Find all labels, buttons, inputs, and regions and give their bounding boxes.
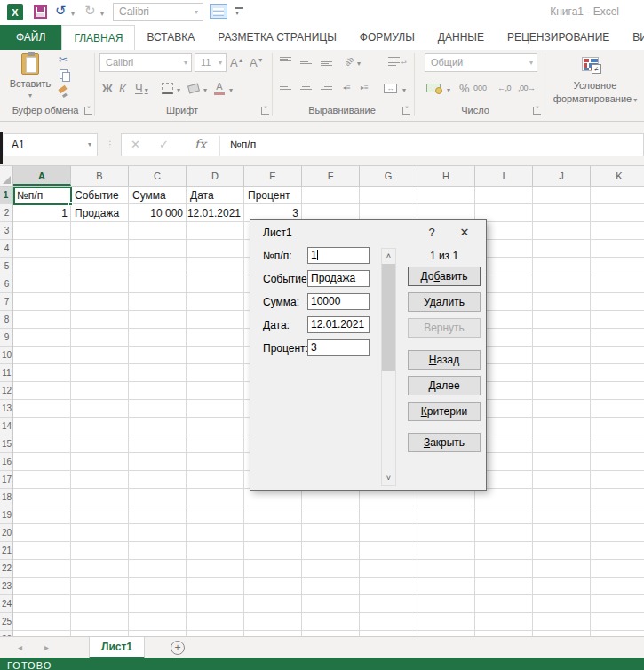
decrease-indent-icon[interactable]: ◂≡ [343, 84, 351, 92]
accounting-dropdown-icon[interactable] [445, 82, 450, 95]
sheet-tab[interactable]: Лист1 [89, 637, 145, 658]
next-sheet-icon[interactable]: ▸ [44, 642, 49, 652]
cell-D2[interactable]: 12.01.2021 [187, 204, 244, 222]
field-input-event[interactable]: Продажа [307, 270, 370, 287]
row-header-24[interactable]: 24 [0, 595, 13, 613]
field-input-date[interactable]: 12.01.2021 [307, 316, 370, 333]
row-header-22[interactable]: 22 [0, 560, 13, 578]
select-all-corner[interactable] [0, 166, 13, 186]
column-header-A[interactable]: A [13, 166, 71, 186]
decrease-decimal-icon[interactable]: ,00→ [518, 84, 536, 92]
name-box[interactable]: A1 [4, 133, 98, 156]
row-header-2[interactable]: 2 [0, 204, 13, 222]
field-input-number[interactable]: 1 [307, 247, 370, 264]
cell-C1[interactable]: Сумма [129, 187, 187, 204]
align-top-icon[interactable] [280, 57, 291, 66]
fill-color-icon[interactable] [187, 84, 200, 94]
accounting-format-icon[interactable] [426, 84, 441, 92]
cut-icon[interactable]: ✂ [59, 53, 68, 66]
tab-page-layout[interactable]: РАЗМЕТКА СТРАНИЦЫ [206, 25, 348, 50]
align-middle-icon[interactable] [300, 57, 312, 66]
next-button[interactable]: Далее [408, 376, 481, 395]
tab-data[interactable]: ДАННЫЕ [426, 25, 496, 50]
qat-customize-icon[interactable] [235, 7, 243, 18]
orientation-icon[interactable]: ab [343, 55, 355, 68]
row-header-12[interactable]: 12 [0, 382, 13, 400]
tab-home[interactable]: ГЛАВНАЯ [61, 25, 135, 50]
dialog-help-button[interactable]: ? [424, 226, 440, 239]
merge-center-icon[interactable]: ↔ [384, 84, 397, 93]
font-size-combo[interactable]: 11 [195, 53, 227, 72]
row-header-20[interactable]: 20 [0, 524, 13, 542]
orientation-dropdown-icon[interactable] [355, 55, 361, 68]
row-header-5[interactable]: 5 [0, 258, 13, 275]
number-format-combo[interactable]: Общий [425, 53, 537, 72]
grow-font-icon[interactable]: A [230, 56, 244, 69]
undo-icon[interactable]: ↺ [55, 3, 67, 19]
column-header-J[interactable]: J [533, 166, 591, 186]
borders-dropdown-icon[interactable] [175, 82, 180, 95]
column-header-E[interactable]: E [244, 166, 302, 186]
fill-handle[interactable] [68, 202, 73, 206]
undo-dropdown-icon[interactable]: ▾ [71, 10, 75, 18]
row-header-11[interactable]: 11 [0, 364, 13, 382]
formula-bar-resize-handle[interactable]: ⋮ [106, 133, 115, 156]
increase-indent-icon[interactable]: ▸≡ [361, 84, 369, 92]
formula-bar-content[interactable]: №п/п [230, 134, 256, 156]
conditional-formatting-label-1[interactable]: Условное [546, 80, 644, 91]
delete-button[interactable]: Удалить [408, 292, 481, 312]
conditional-formatting-icon[interactable]: ≠ [582, 57, 599, 71]
format-painter-icon[interactable] [59, 87, 67, 100]
column-header-I[interactable]: I [475, 166, 533, 186]
merge-dropdown-icon[interactable] [401, 82, 406, 95]
row-header-16[interactable]: 16 [0, 453, 13, 471]
row-header-21[interactable]: 21 [0, 542, 13, 560]
enter-icon[interactable]: ✓ [159, 138, 169, 151]
column-header-H[interactable]: H [417, 166, 475, 186]
row-header-1[interactable]: 1 [0, 187, 13, 204]
field-input-amount[interactable]: 10000 [307, 293, 370, 310]
dialog-close-icon[interactable]: ✕ [456, 226, 473, 239]
font-color-icon[interactable]: A [214, 82, 225, 95]
fill-color-dropdown-icon[interactable] [202, 82, 207, 95]
align-right-icon[interactable] [321, 84, 332, 92]
new-sheet-icon[interactable]: + [171, 641, 185, 655]
italic-button[interactable]: К [119, 82, 126, 95]
column-header-C[interactable]: C [129, 166, 187, 186]
row-header-6[interactable]: 6 [0, 275, 13, 293]
percent-style-icon[interactable]: % [459, 82, 470, 95]
row-header-4[interactable]: 4 [0, 240, 13, 258]
row-header-17[interactable]: 17 [0, 471, 13, 489]
column-header-K[interactable]: K [591, 166, 644, 186]
shrink-font-icon[interactable]: A [250, 56, 264, 69]
cell-B2[interactable]: Продажа [71, 204, 129, 222]
clipboard-dialog-launcher-icon[interactable] [84, 107, 92, 115]
row-header-7[interactable]: 7 [0, 293, 13, 311]
number-dialog-launcher-icon[interactable] [533, 107, 541, 115]
row-header-10[interactable]: 10 [0, 347, 13, 364]
column-header-B[interactable]: B [71, 166, 129, 186]
scroll-down-icon[interactable]: ˅ [382, 471, 395, 485]
font-color-dropdown-icon[interactable] [227, 82, 233, 95]
row-header-15[interactable]: 15 [0, 435, 13, 453]
criteria-button[interactable]: Критерии [408, 402, 481, 421]
cell-B1[interactable]: Событие [71, 187, 129, 204]
font-name-combo[interactable]: Calibri [99, 53, 192, 72]
save-icon[interactable] [34, 5, 47, 19]
font-dialog-launcher-icon[interactable] [261, 107, 269, 115]
tab-file[interactable]: ФАЙЛ [0, 25, 61, 50]
comma-style-icon[interactable]: 000 [473, 84, 487, 92]
prev-sheet-icon[interactable]: ◂ [18, 642, 22, 652]
qat-font-box[interactable]: Calibri [113, 3, 203, 21]
column-header-F[interactable]: F [302, 166, 360, 186]
row-header-3[interactable]: 3 [0, 222, 13, 240]
tab-review[interactable]: РЕЦЕНЗИРОВАНИЕ [496, 25, 621, 50]
row-header-14[interactable]: 14 [0, 418, 13, 435]
scrollbar-thumb[interactable] [382, 264, 395, 371]
tab-view[interactable]: ВИД [621, 25, 644, 50]
paste-button[interactable]: Вставить [7, 52, 53, 103]
row-header-25[interactable]: 25 [0, 613, 13, 631]
row-header-19[interactable]: 19 [0, 506, 13, 524]
align-bottom-icon[interactable] [321, 57, 332, 66]
bold-button[interactable]: Ж [102, 82, 113, 95]
